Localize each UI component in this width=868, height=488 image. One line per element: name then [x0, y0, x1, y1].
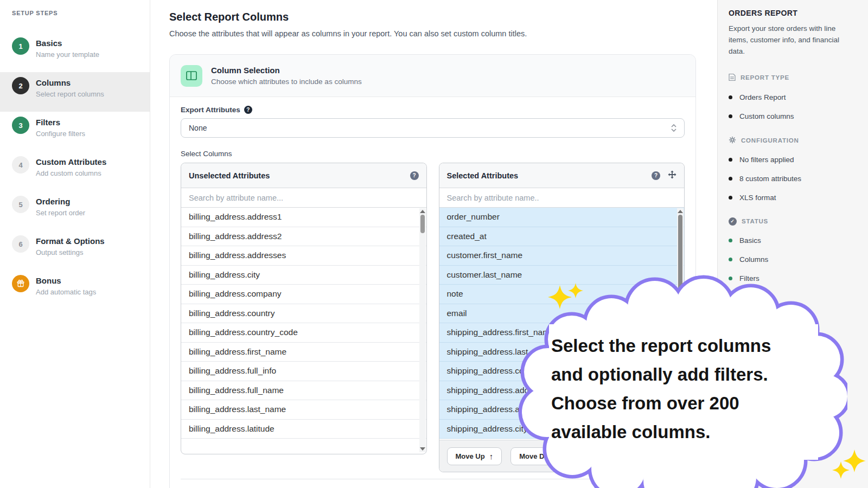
scroll-up-arrow-icon[interactable] [678, 210, 683, 213]
selected-panel-header: Selected Attributes [439, 163, 685, 188]
summary-item: Orders Report [729, 93, 857, 101]
help-icon[interactable] [244, 106, 252, 114]
step-title: Basics [36, 37, 99, 48]
callout-line: and optionally add filters. [551, 360, 828, 389]
status-label: STATUS [742, 218, 768, 224]
step-subtitle: Add custom columns [36, 169, 106, 177]
summary-item: 8 custom attributes [729, 175, 857, 183]
sidebar-item-filters[interactable]: 3 Filters Configure filters [0, 112, 150, 151]
sidebar-item-ordering[interactable]: 5 Ordering Set report order [0, 191, 150, 230]
selected-panel-title: Selected Attributes [447, 171, 519, 180]
unselected-panel-header: Unselected Attributes [181, 163, 426, 188]
document-icon [729, 73, 736, 82]
chevron-up-down-icon [671, 124, 676, 132]
attribute-row[interactable]: billing_address.full_name [181, 381, 426, 401]
arrow-up-icon: ↑ [489, 452, 494, 461]
selected-search-input[interactable] [439, 188, 685, 208]
callout-text: Select the report columns and optionally… [551, 331, 828, 446]
card-subtitle: Choose which attributes to include as co… [211, 78, 362, 86]
attribute-row[interactable]: billing_address.address2 [181, 227, 426, 247]
unselected-search-input[interactable] [181, 188, 426, 208]
attribute-row[interactable]: billing_address.city [181, 266, 426, 285]
attribute-row[interactable]: billing_address.country_code [181, 323, 426, 343]
scroll-down-arrow-icon[interactable] [420, 447, 425, 451]
attribute-row[interactable]: billing_address.last_name [181, 400, 426, 420]
attribute-row[interactable]: billing_address.full_info [181, 362, 426, 381]
sparkle-icon [843, 450, 866, 472]
page-subtitle: Choose the attributes that will appear a… [169, 29, 527, 38]
attribute-row[interactable]: customer.first_name [439, 246, 685, 266]
summary-item-label: 8 custom attributes [739, 175, 801, 183]
status-item-label: Basics [739, 236, 761, 245]
report-type-label: REPORT TYPE [741, 74, 789, 81]
export-attributes-select[interactable]: None [181, 118, 685, 138]
columns-icon [181, 65, 202, 87]
page-title: Select Report Columns [169, 11, 289, 23]
step-subtitle: Configure filters [36, 130, 85, 138]
attribute-row[interactable]: billing_address.country [181, 304, 426, 324]
green-dot-icon [729, 258, 732, 261]
setup-steps-sidebar: SETUP STEPS 1 Basics Name your template … [0, 0, 150, 488]
step-title: Columns [36, 77, 104, 87]
summary-item-label: No filters applied [739, 156, 794, 164]
step-subtitle: Set report order [36, 209, 85, 217]
step-title: Custom Attributes [36, 156, 106, 166]
sidebar-item-basics[interactable]: 1 Basics Name your template [0, 33, 150, 72]
card-title: Column Selection [211, 66, 362, 75]
status-item: Columns [729, 255, 857, 264]
check-circle-icon [729, 217, 737, 226]
help-icon[interactable] [652, 171, 660, 180]
sparkle-icon [568, 283, 583, 298]
step-title: Ordering [36, 196, 85, 206]
step-title: Filters [36, 117, 85, 127]
scroll-up-arrow-icon[interactable] [420, 210, 425, 213]
step-subtitle: Select report columns [36, 90, 104, 98]
attribute-row[interactable]: billing_address.addresses [181, 246, 426, 266]
setup-steps-heading: SETUP STEPS [0, 0, 150, 16]
move-up-label: Move Up [456, 452, 485, 460]
gear-icon [729, 136, 736, 145]
step-number-badge: 5 [12, 196, 29, 213]
callout-line: Choose from over 200 [551, 389, 828, 418]
step-number-badge: 1 [12, 37, 29, 55]
green-dot-icon [729, 239, 732, 242]
attribute-row[interactable]: billing_address.latitude [181, 420, 426, 439]
steps-list: 1 Basics Name your template 2 Columns Se… [0, 33, 150, 310]
step-title: Bonus [36, 275, 96, 285]
export-attributes-text: Export Attributes [181, 106, 240, 114]
sidebar-item-bonus[interactable]: Bonus Add automatic tags [0, 270, 150, 310]
move-up-button[interactable]: Move Up ↑ [447, 447, 502, 465]
attribute-row[interactable]: order_number [439, 208, 685, 227]
unselected-scrollbar[interactable] [419, 208, 426, 452]
step-subtitle: Output settings [36, 248, 105, 256]
help-icon[interactable] [410, 171, 419, 180]
scrollbar-thumb[interactable] [420, 215, 425, 233]
sidebar-item-columns[interactable]: 2 Columns Select report columns [0, 72, 150, 112]
attribute-row[interactable]: billing_address.address1 [181, 208, 426, 227]
summary-item: No filters applied [729, 156, 857, 164]
attribute-row[interactable]: billing_address.first_name [181, 343, 426, 362]
summary-item-label: Custom columns [739, 112, 794, 120]
status-heading: STATUS [729, 217, 857, 226]
bullet-icon [729, 114, 732, 118]
bullet-icon [729, 95, 732, 99]
step-number-badge: 2 [12, 77, 29, 94]
configuration-label: CONFIGURATION [741, 137, 799, 144]
step-number-badge: 4 [12, 156, 29, 174]
sidebar-item-custom-attributes[interactable]: 4 Custom Attributes Add custom columns [0, 151, 150, 191]
attribute-row[interactable]: created_at [439, 227, 685, 247]
step-number-badge: 3 [12, 117, 29, 134]
configuration-heading: CONFIGURATION [729, 136, 857, 145]
callout-line: Select the report columns [551, 331, 828, 360]
step-subtitle: Add automatic tags [36, 288, 96, 296]
select-columns-label: Select Columns [181, 150, 685, 158]
select-value: None [189, 124, 207, 132]
move-drag-icon[interactable] [668, 170, 676, 181]
sidebar-item-format-options[interactable]: 6 Format & Options Output settings [0, 230, 150, 270]
step-number-badge: 6 [12, 235, 29, 253]
step-subtitle: Name your template [36, 50, 99, 59]
summary-item: Custom columns [729, 112, 857, 120]
attribute-row[interactable]: billing_address.company [181, 285, 426, 304]
status-item: Basics [729, 236, 857, 245]
bullet-icon [729, 158, 732, 162]
